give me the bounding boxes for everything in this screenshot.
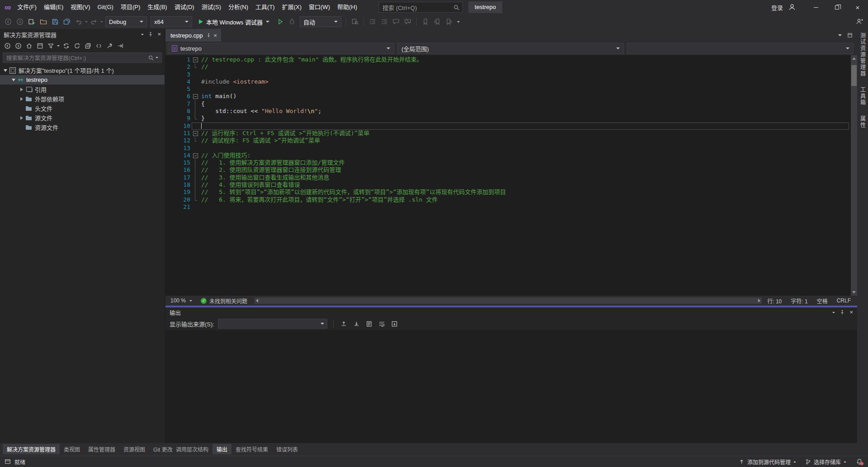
toolbar-overflow-icon[interactable] bbox=[457, 21, 460, 23]
menu-item[interactable]: 项目(P) bbox=[117, 0, 144, 14]
fold-collapse-icon[interactable] bbox=[192, 130, 199, 137]
code-line[interactable]: 12// 调试程序: F5 或调试 >“开始调试”菜单 bbox=[165, 137, 857, 144]
expander-icon[interactable] bbox=[10, 79, 17, 81]
scroll-down-icon[interactable] bbox=[852, 291, 856, 293]
pin-tab-icon[interactable] bbox=[206, 33, 211, 38]
close-icon[interactable]: × bbox=[157, 32, 161, 37]
scope-dropdown[interactable]: (全局范围) bbox=[397, 43, 624, 54]
menu-item[interactable]: 编辑(E) bbox=[40, 0, 67, 14]
code-line[interactable]: 13 bbox=[165, 145, 857, 152]
goto-next-message-icon[interactable] bbox=[352, 319, 361, 328]
close-tab-icon[interactable]: × bbox=[214, 32, 217, 39]
code-line[interactable]: 20// 6. 将来，若要再次打开此项目，请转到“文件”>“打开”>“项目”并选… bbox=[165, 196, 857, 203]
menu-item[interactable]: 测试(S) bbox=[198, 0, 225, 14]
project-dropdown[interactable]: testrepo bbox=[168, 43, 394, 54]
code-line[interactable]: 8 std::cout << "Hello World!\n"; bbox=[165, 108, 857, 115]
notifications-button[interactable] bbox=[855, 458, 863, 466]
solution-configuration-dropdown[interactable]: Debug bbox=[105, 16, 147, 27]
scrollbar-thumb[interactable] bbox=[851, 65, 857, 86]
active-documents-dropdown-icon[interactable] bbox=[838, 34, 842, 36]
menu-item[interactable]: 文件(F) bbox=[14, 0, 40, 14]
pin-icon[interactable] bbox=[840, 310, 845, 315]
menu-item[interactable]: 扩展(X) bbox=[278, 0, 305, 14]
code-line[interactable]: 18// 4. 使用错误列表窗口查看错误 bbox=[165, 181, 857, 189]
filter-icon[interactable] bbox=[46, 41, 55, 50]
fold-collapse-icon[interactable] bbox=[192, 93, 199, 100]
expander-icon[interactable] bbox=[18, 116, 25, 120]
solution-explorer-search-box[interactable]: 搜索解决方案资源管理器(Ctrl+;) bbox=[3, 52, 162, 63]
collapse-all-icon[interactable] bbox=[83, 41, 92, 50]
panel-tab[interactable]: 输出 bbox=[212, 444, 231, 454]
scroll-right-icon[interactable] bbox=[758, 299, 760, 302]
next-bookmark-icon[interactable] bbox=[443, 16, 454, 27]
redo-dropdown-icon[interactable] bbox=[100, 21, 103, 23]
auto-hidden-tool-window-tab[interactable]: 属性 bbox=[859, 116, 867, 128]
word-wrap-icon[interactable] bbox=[377, 319, 387, 328]
start-debugging-button[interactable]: 本地 Windows 调试器 bbox=[195, 16, 273, 28]
send-feedback-icon[interactable] bbox=[854, 16, 865, 27]
filter-dropdown-icon[interactable] bbox=[57, 45, 60, 47]
output-content[interactable] bbox=[165, 330, 857, 443]
close-button[interactable]: × bbox=[847, 0, 868, 14]
document-tab[interactable]: testrepo.cpp × bbox=[165, 29, 221, 42]
code-line[interactable]: 6int main() bbox=[165, 93, 857, 100]
panel-tab[interactable]: 解决方案资源管理器 bbox=[3, 444, 60, 454]
user-profile-icon[interactable] bbox=[788, 4, 796, 11]
editor-horizontal-scrollbar[interactable] bbox=[255, 297, 762, 304]
hot-reload-mode-dropdown[interactable]: 自动 bbox=[300, 16, 341, 27]
scroll-up-icon[interactable] bbox=[852, 57, 856, 60]
properties-icon[interactable] bbox=[105, 41, 114, 50]
select-repository-button[interactable]: 选择存储库 bbox=[805, 458, 846, 466]
tree-item[interactable]: 源文件 bbox=[0, 113, 165, 123]
switch-views-icon[interactable] bbox=[35, 41, 44, 50]
back-icon[interactable] bbox=[3, 41, 12, 50]
code-line[interactable]: 21 bbox=[165, 203, 857, 211]
code-line[interactable]: 19// 5. 转到“项目”>“添加新项”以创建新的代码文件，或转到“项目”>“… bbox=[165, 189, 857, 196]
undo-icon[interactable] bbox=[73, 16, 84, 27]
quick-search-box[interactable]: 搜索 (Ctrl+Q) bbox=[379, 2, 463, 13]
preview-selected-items-icon[interactable] bbox=[116, 41, 125, 50]
toggle-bookmark-icon[interactable] bbox=[420, 16, 431, 27]
code-line[interactable]: 1// testrepo.cpp : 此文件包含 "main" 函数。程序执行将… bbox=[165, 56, 857, 63]
save-all-icon[interactable] bbox=[61, 16, 72, 27]
tree-item[interactable]: 解决方案"testrepo"(1 个项目/共 1 个) bbox=[0, 66, 165, 75]
menu-item[interactable]: 工具(T) bbox=[252, 0, 278, 14]
code-line[interactable]: 16// 2. 使用团队资源管理器窗口连接到源代码管理 bbox=[165, 166, 857, 174]
refresh-icon[interactable] bbox=[72, 41, 81, 50]
clear-all-icon[interactable] bbox=[365, 319, 374, 328]
auto-hidden-tool-window-tab[interactable]: 工具箱 bbox=[859, 87, 867, 106]
forward-icon[interactable] bbox=[14, 41, 23, 50]
redo-icon[interactable] bbox=[89, 16, 99, 27]
output-title-bar[interactable]: 输出 × bbox=[165, 307, 857, 317]
editor-window-options-icon[interactable] bbox=[847, 33, 853, 38]
scroll-left-icon[interactable] bbox=[256, 299, 258, 302]
sign-in-button[interactable]: 登录 bbox=[771, 3, 783, 12]
document-health-indicator[interactable]: ✓ 未找到相关问题 bbox=[196, 297, 252, 305]
code-line[interactable]: 3 bbox=[165, 71, 857, 78]
code-line[interactable]: 9} bbox=[165, 115, 857, 122]
undo-dropdown-icon[interactable] bbox=[85, 21, 88, 23]
open-file-icon[interactable] bbox=[38, 16, 49, 27]
menu-item[interactable]: Git(G) bbox=[94, 0, 117, 14]
panel-tab[interactable]: 错误列表 bbox=[272, 444, 302, 454]
home-icon[interactable] bbox=[24, 41, 33, 50]
comment-selection-icon[interactable] bbox=[391, 16, 401, 27]
tree-item[interactable]: 资源文件 bbox=[0, 123, 165, 132]
navigate-forward-icon[interactable] bbox=[14, 16, 25, 27]
fold-collapse-icon[interactable] bbox=[192, 56, 199, 63]
menu-item[interactable]: 分析(N) bbox=[225, 0, 252, 14]
output-source-dropdown[interactable] bbox=[218, 319, 327, 329]
add-to-source-control-button[interactable]: 添加到源代码管理 bbox=[739, 458, 796, 466]
code-line[interactable]: 7{ bbox=[165, 100, 857, 108]
background-tasks-icon[interactable] bbox=[5, 458, 11, 465]
panel-tab[interactable]: 属性管理器 bbox=[84, 444, 119, 454]
new-project-icon[interactable] bbox=[26, 16, 37, 27]
save-icon[interactable] bbox=[50, 16, 61, 27]
tree-item[interactable]: 外部依赖项 bbox=[0, 94, 165, 104]
code-line[interactable]: 15// 1. 使用解决方案资源管理器窗口添加/管理文件 bbox=[165, 159, 857, 166]
pin-icon[interactable] bbox=[148, 32, 153, 37]
expander-icon[interactable] bbox=[18, 97, 25, 101]
menu-item[interactable]: 帮助(H) bbox=[334, 0, 361, 14]
fold-collapse-icon[interactable] bbox=[192, 152, 199, 159]
uncomment-selection-icon[interactable] bbox=[402, 16, 413, 27]
